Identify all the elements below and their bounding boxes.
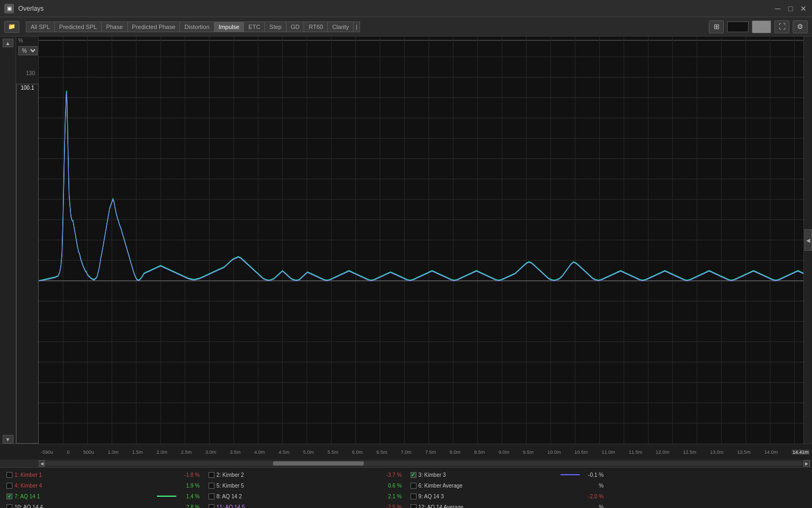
settings-button[interactable]: ⚙ [793,20,808,33]
legend-checkbox-5[interactable] [209,483,214,489]
title-bar: ▣ Overlays ─ □ ✕ [0,0,812,17]
toolbar: 📁 All SPL Predicted SPL Phase Predicted … [0,17,812,37]
tab-distortion[interactable]: Distortion [179,21,213,32]
tab-phase[interactable]: Phase [101,21,127,32]
x-label-9m: 9.0m [499,449,509,455]
y-unit-select[interactable]: % [18,46,38,55]
legend-checkbox-7[interactable]: ✓ [6,494,12,499]
x-label-8-5m: 8.5m [474,449,485,455]
x-label-6-5m: 6.5m [376,449,387,455]
x-label-9-5m: 9.5m [523,449,534,455]
tab-step[interactable]: Step [264,21,286,32]
legend-item-7: ✓ 7: AQ 14 1 1.4 % [6,491,200,501]
x-label-11-5m: 11.5m [629,449,642,455]
toolbar-right: ⊞ ⛶ ⚙ [709,20,808,33]
tab-predictedspl[interactable]: Predicted SPL [54,21,101,32]
legend-checkbox-12[interactable] [411,504,416,509]
x-label-3-5m: 3.5m [230,449,241,455]
gray-swatch [752,20,771,33]
x-label-6m: 6.0m [352,449,363,455]
window-title: Overlays [18,5,44,12]
legend-item-4: 4: Kimber 4 1.9 % [6,481,200,490]
tab-predictedphase[interactable]: Predicted Phase [127,21,180,32]
legend-checkbox-9[interactable] [411,494,416,499]
legend-checkbox-4[interactable] [6,483,12,489]
legend-line-7 [157,496,176,497]
x-label-10m: 10.0m [548,449,561,455]
scrollbar-thumb[interactable] [273,461,364,466]
add-overlay-button[interactable]: ⊞ [709,20,724,33]
chart-area[interactable] [39,37,803,444]
tab-allspl[interactable]: All SPL [26,21,54,32]
legend-value-1: -1.8 % [181,472,200,478]
y-scroll-up-button[interactable]: ▲ [3,39,13,47]
expand-button[interactable]: ⛶ [774,20,789,33]
x-label-1m: 1.0m [107,449,118,455]
app-icon: ▣ [4,4,14,13]
x-label-7-5m: 7.5m [425,449,436,455]
legend-value-7: 1.4 % [181,494,200,499]
expand-right-button[interactable]: ◀ [804,229,812,251]
maximize-button[interactable]: □ [786,4,795,13]
tab-clarity[interactable]: Clarity [327,21,353,32]
tab-gd[interactable]: GD [286,21,304,32]
legend-checkbox-8[interactable] [209,494,214,499]
legend-value-2: -3.7 % [383,472,402,478]
x-label-1-5m: 1.5m [132,449,143,455]
x-label-5m: 5.0m [303,449,314,455]
legend-name-2: 2: Kimber 2 [217,472,380,478]
legend-item-1: 1: Kimber 1 -1.8 % [6,470,200,480]
legend-name-3: 3: Kimber 3 [419,472,557,478]
x-label-2m: 2.0m [156,449,167,455]
legend-value-8: 2.1 % [383,494,402,499]
x-label-11m: 11.0m [601,449,615,455]
x-label-4m: 4.0m [254,449,265,455]
legend-item-blank-last [612,502,806,508]
x-label-13-5m: 13.5m [737,449,751,455]
scroll-left-button[interactable]: ◀ [39,460,45,467]
x-label-14m: 14.0m [764,449,778,455]
legend-checkbox-10[interactable] [6,504,12,509]
y-dropdown[interactable]: % [18,46,38,55]
legend-checkbox-2[interactable] [209,472,214,478]
x-label-2-5m: 2.5m [181,449,192,455]
color-swatch[interactable] [727,21,749,32]
legend-checkbox-11[interactable] [209,504,214,509]
x-label-7m: 7.0m [401,449,412,455]
legend-name-5: 5: Kimber 5 [217,483,380,489]
scroll-right-button[interactable]: ▶ [803,460,810,467]
scrollbar-area: ◀ ▶ [0,460,812,467]
legend-name-1: 1: Kimber 1 [15,472,178,478]
x-label-0: 0 [67,449,69,455]
legend-item-3: ✓ 3: Kimber 3 -0.1 % [411,470,604,480]
close-button[interactable]: ✕ [799,4,808,13]
right-controls: ◀ [803,37,812,444]
legend-item-11: 11: AQ 14 5 -2.5 % [209,502,402,508]
clarity-separator: | [353,21,360,32]
x-label-4-5m: 4.5m [279,449,290,455]
legend-item-5: 5: Kimber 5 0.6 % [209,481,402,490]
legend-item-blank-bot-right [612,491,806,501]
legend-item-12: 12: AQ 14 Average % [411,502,604,508]
tab-impulse[interactable]: Impulse [214,21,244,32]
tab-etc[interactable]: ETC [243,21,264,32]
scrollbar-track[interactable] [46,461,802,466]
legend-value-10: 2.8 % [181,504,200,509]
x-label-5-5m: 5.5m [327,449,338,455]
legend-area: 1: Kimber 1 -1.8 % 2: Kimber 2 -3.7 % ✓ … [0,467,812,508]
legend-item-9: 9: AQ 14 3 -2.0 % [411,491,604,501]
legend-checkbox-3[interactable]: ✓ [411,472,416,478]
x-label-3m: 3.0m [205,449,216,455]
tab-rt60[interactable]: RT60 [304,21,327,32]
legend-item-blank-mid-right [612,481,806,490]
main-area: ▲ ▼ % % 130 120 110 100 90 80 70 60 50 4… [0,37,812,444]
y-scroll-down-button[interactable]: ▼ [3,435,13,444]
legend-checkbox-1[interactable] [6,472,12,478]
legend-checkbox-6[interactable] [411,483,416,489]
folder-button[interactable]: 📁 [4,21,19,33]
legend-name-6: 6: Kimber Average [419,483,583,489]
legend-name-11: 11: AQ 14 5 [217,504,380,509]
x-label-13m: 13.0m [710,449,723,455]
minimize-button[interactable]: ─ [773,4,782,13]
cursor-value: 100.1 [16,84,39,444]
